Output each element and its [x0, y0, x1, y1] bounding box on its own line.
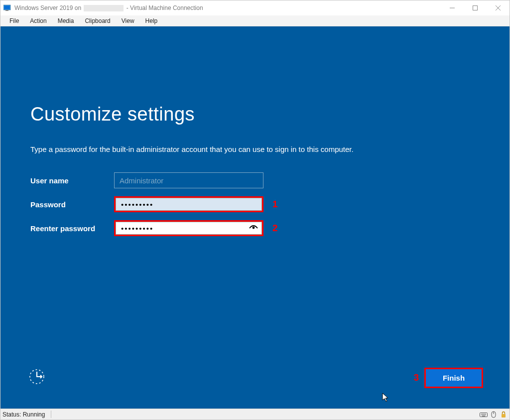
maximize-button[interactable]: [464, 0, 487, 15]
menu-media[interactable]: Media: [53, 16, 79, 25]
reenter-field-wrap: [114, 220, 263, 236]
menu-file[interactable]: File: [4, 16, 24, 25]
vm-connection-window: Windows Server 2019 on - Virtual Machine…: [0, 0, 510, 420]
reenter-label: Reenter password: [30, 224, 114, 233]
annotation-1: 1: [272, 199, 278, 210]
username-label: User name: [30, 176, 114, 185]
reenter-row: Reenter password 2: [30, 216, 510, 240]
keyboard-icon: [480, 411, 488, 419]
vm-app-icon: [3, 4, 11, 12]
window-controls: [441, 0, 510, 15]
svg-rect-1: [4, 6, 10, 9]
statusbar: Status: Running: [0, 409, 510, 420]
reenter-field[interactable]: [116, 222, 262, 235]
password-label: Password: [30, 200, 114, 209]
close-button[interactable]: [487, 0, 510, 15]
finish-wrap: 3 Finish: [413, 369, 482, 387]
mouse-icon: [490, 411, 498, 419]
statusbar-separator: [51, 411, 51, 418]
lock-icon: [500, 411, 508, 419]
menu-view[interactable]: View: [117, 16, 139, 25]
page-description: Type a password for the built-in adminis…: [30, 145, 510, 153]
username-field: [114, 172, 263, 188]
titlebar: Windows Server 2019 on - Virtual Machine…: [0, 0, 510, 15]
statusbar-left: Status: Running: [2, 411, 51, 418]
titlebar-left: Windows Server 2019 on - Virtual Machine…: [3, 4, 203, 12]
menubar: File Action Media Clipboard View Help: [0, 15, 510, 26]
menu-help[interactable]: Help: [140, 16, 163, 25]
svg-rect-15: [502, 414, 506, 418]
annotation-2: 2: [272, 223, 278, 234]
ease-of-access-icon[interactable]: [28, 368, 45, 387]
window-title: Windows Server 2019 on - Virtual Machine…: [14, 4, 203, 11]
annotation-3: 3: [413, 372, 419, 383]
status-text: Status: Running: [2, 411, 45, 418]
finish-button[interactable]: Finish: [426, 369, 482, 387]
password-field[interactable]: [116, 198, 262, 211]
menu-action[interactable]: Action: [25, 16, 51, 25]
page-title: Customize settings: [30, 104, 510, 125]
oobe-screen: Customize settings Type a password for t…: [0, 26, 510, 409]
oobe-bottom-bar: 3 Finish: [0, 367, 510, 389]
statusbar-right: [480, 411, 508, 419]
svg-point-7: [253, 227, 255, 229]
redacted-hostname: [84, 5, 124, 11]
username-row: User name: [30, 168, 510, 192]
password-field-wrap: [114, 196, 263, 212]
svg-rect-2: [5, 10, 8, 11]
vm-display[interactable]: Customize settings Type a password for t…: [0, 26, 510, 409]
svg-rect-4: [473, 6, 478, 10]
password-reveal-icon[interactable]: [249, 224, 258, 233]
minimize-button[interactable]: [441, 0, 464, 15]
menu-clipboard[interactable]: Clipboard: [80, 16, 115, 25]
password-row: Password 1: [30, 192, 510, 216]
